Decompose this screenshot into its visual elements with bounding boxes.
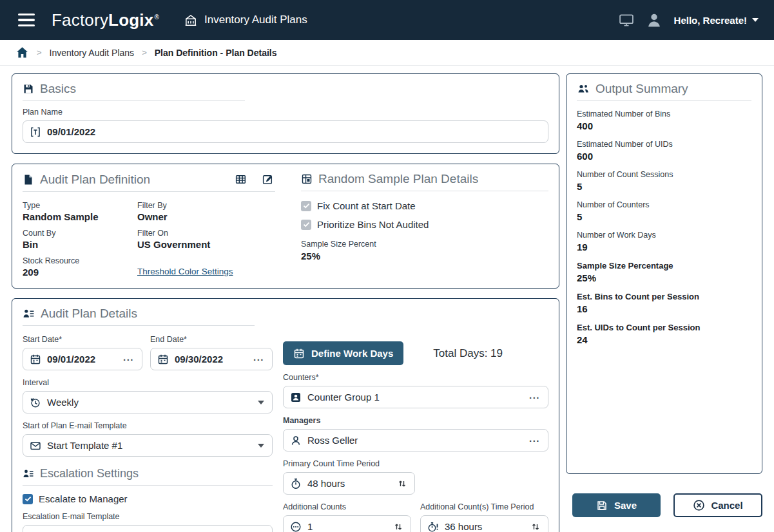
additional-counts-field: Additional Counts 1: [283, 495, 411, 532]
plan-grid-icon: [301, 173, 313, 185]
primary-count-time-value: 48 hours: [307, 478, 345, 489]
additional-counts-input[interactable]: 1: [283, 515, 411, 532]
managers-picker-button[interactable]: ...: [528, 433, 541, 448]
breadcrumb-current: Plan Definition - Plan Details: [155, 48, 277, 58]
escalate-to-manager-checkbox[interactable]: Escalate to Manager: [23, 493, 273, 504]
envelope-icon: [30, 440, 41, 451]
escalate-to-manager-label: Escalate to Manager: [39, 493, 128, 504]
escalation-template-select[interactable]: Escalation Template #2: [23, 525, 273, 532]
details-title-text: Audit Plan Details: [41, 307, 137, 321]
start-template-label: Start of Plan E-mail Template: [23, 421, 273, 430]
plan-name-label: Plan Name: [23, 108, 548, 117]
escalation-title-text: Escalation Settings: [40, 467, 139, 480]
table-view-icon[interactable]: [233, 172, 248, 187]
floppy-icon: [23, 83, 34, 95]
calendar-icon: [293, 348, 305, 359]
user-avatar-icon[interactable]: [646, 12, 663, 28]
summary-item: Sample Size Percentage 25%: [577, 261, 751, 283]
display-icon[interactable]: [619, 14, 634, 27]
interval-dropdown-caret-icon[interactable]: [256, 399, 266, 406]
interval-select[interactable]: Weekly: [23, 391, 273, 413]
threshold-color-settings-link[interactable]: Threshold Color Settings: [137, 267, 275, 278]
greeting-text: Hello, Recreate!: [674, 15, 747, 26]
start-date-picker-button[interactable]: ...: [122, 352, 135, 366]
end-date-input[interactable]: 09/30/2022 ...: [150, 348, 273, 370]
brand-logo: FactoryLogix®: [52, 10, 159, 30]
menu-icon[interactable]: [15, 11, 37, 30]
field-type: Type Random Sample: [23, 196, 131, 222]
start-template-select[interactable]: Start Template #1: [23, 434, 273, 457]
prioritize-bins-checkbox: Prioritize Bins Not Audited: [301, 219, 548, 230]
text-cursor-icon: [30, 126, 41, 138]
basics-title-text: Basics: [40, 82, 76, 96]
save-button[interactable]: Save: [572, 493, 661, 517]
additional-time-field: Additional Count(s) Time Period 36 hours: [420, 495, 548, 532]
start-template-dropdown-caret-icon[interactable]: [256, 442, 266, 449]
cancel-label: Cancel: [711, 500, 742, 511]
summary-item: Estimated Number of Bins 400: [577, 109, 751, 131]
managers-label: Managers: [283, 416, 548, 425]
main-content: Basics Plan Name 09/01/2022 Audit Plan D…: [0, 66, 774, 532]
edit-icon[interactable]: [260, 172, 275, 187]
escalation-title: Escalation Settings: [23, 467, 273, 486]
summary-item: Number of Work Days 19: [577, 231, 751, 252]
person-list-icon: [23, 308, 35, 320]
home-icon[interactable]: [15, 46, 29, 59]
start-date-input[interactable]: 09/01/2022 ...: [23, 348, 142, 370]
end-date-field: End Date* 09/30/2022 ...: [150, 327, 273, 370]
define-work-days-button[interactable]: Define Work Days: [283, 341, 403, 365]
total-days-text: Total Days: 19: [433, 347, 503, 360]
checkbox-checked-icon: [23, 494, 33, 504]
cancel-circle-x-icon: [693, 499, 705, 511]
top-header: FactoryLogix® Inventory Audit Plans: [0, 0, 774, 40]
summary-item: Est. UIDs to Count per Session 24: [577, 323, 751, 345]
managers-value: Ross Geller: [307, 435, 358, 446]
summary-item: Est. Bins to Count per Session 16: [577, 292, 751, 314]
output-summary-title: Output Summary: [577, 82, 751, 101]
primary-count-time-input[interactable]: 48 hours: [283, 472, 415, 495]
prioritize-bins-label: Prioritize Bins Not Audited: [317, 219, 429, 230]
definition-title: Audit Plan Definition: [23, 172, 275, 192]
definition-title-text: Audit Plan Definition: [40, 173, 150, 187]
end-date-picker-button[interactable]: ...: [252, 352, 266, 366]
additional-counts-spinner-icon[interactable]: [392, 521, 404, 532]
escalation-template-label: Escalation E-mail Template: [23, 512, 273, 521]
document-icon: [23, 174, 34, 185]
managers-input[interactable]: Ross Geller ...: [283, 429, 548, 451]
field-filter-on: Filter On US Government: [137, 223, 275, 250]
save-label: Save: [614, 500, 637, 511]
breadcrumb-level1[interactable]: Inventory Audit Plans: [50, 48, 135, 58]
brand-second: Logix: [108, 10, 153, 30]
summary-item: Estimated Number of UIDs 600: [577, 140, 751, 162]
random-sample-title: Random Sample Plan Details: [301, 172, 548, 191]
additional-time-spinner-icon[interactable]: [530, 521, 541, 532]
brand-first: Factory: [52, 10, 108, 30]
calendar-icon: [157, 354, 169, 365]
fix-count-checkbox: Fix Count at Start Date: [301, 200, 548, 211]
details-card: Audit Plan Details Start Date* 09/01/202…: [12, 298, 559, 532]
cancel-button[interactable]: Cancel: [673, 493, 762, 517]
primary-count-spinner-icon[interactable]: [396, 478, 408, 489]
details-title: Audit Plan Details: [23, 307, 255, 326]
primary-count-time-label: Primary Count Time Period: [283, 459, 548, 468]
sample-size-value: 25%: [301, 251, 548, 261]
interval-label: Interval: [23, 378, 273, 387]
person-list-icon: [23, 468, 34, 480]
history-clock-icon: [30, 397, 41, 408]
plan-name-value: 09/01/2022: [47, 126, 95, 137]
action-bar: Save Cancel: [566, 493, 762, 517]
chevron-down-icon: [752, 18, 759, 22]
basics-title: Basics: [23, 82, 245, 101]
define-work-days-label: Define Work Days: [311, 348, 393, 359]
counters-input[interactable]: Counter Group 1 ...: [283, 386, 548, 408]
additional-time-input[interactable]: 36 hours: [420, 515, 548, 532]
end-date-label: End Date*: [150, 335, 273, 344]
person-icon: [290, 435, 302, 446]
calendar-icon: [30, 354, 41, 365]
definition-card: Audit Plan Definition Type Random Sample: [12, 164, 559, 289]
user-menu-button[interactable]: Hello, Recreate!: [674, 15, 759, 26]
person-square-icon: [290, 392, 302, 403]
plan-name-input[interactable]: 09/01/2022: [23, 120, 548, 143]
counters-picker-button[interactable]: ...: [528, 390, 541, 404]
sample-size-label: Sample Size Percent: [301, 240, 548, 249]
